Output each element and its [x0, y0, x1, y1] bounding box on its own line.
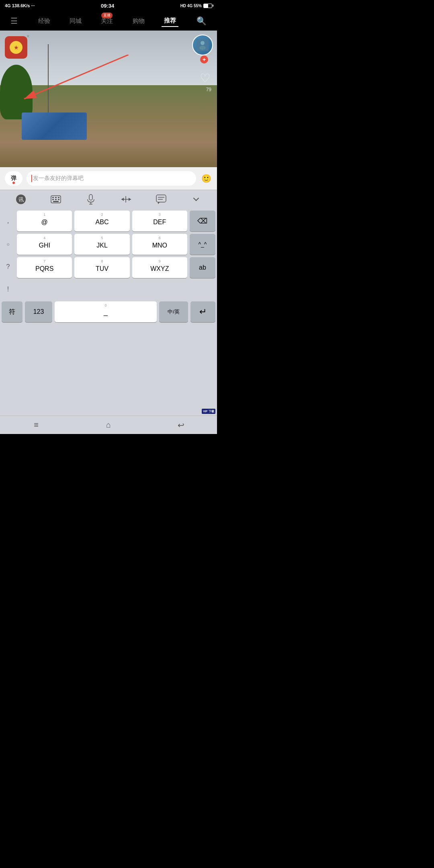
search-icon[interactable]: 🔍 [193, 13, 210, 29]
svg-rect-9 [55, 197, 57, 198]
nav-item-shop[interactable]: 购物 [130, 16, 147, 27]
video-pole [48, 44, 49, 113]
svg-rect-13 [58, 199, 59, 200]
nav-bar: ☰ 经验 同城 关注 直播 购物 推荐 🔍 [0, 11, 217, 31]
key-7-pqrs[interactable]: 7 PQRS [17, 257, 72, 278]
vip-label: VIP [203, 410, 207, 413]
battery-fill [204, 4, 208, 8]
red-envelope-inner [10, 41, 23, 54]
bottom-nav-home[interactable]: ⌂ [96, 417, 121, 433]
danmu-dot [12, 182, 15, 184]
key-6-mno[interactable]: 6 MNO [132, 234, 187, 255]
punct-col-2: ○ [2, 234, 14, 255]
status-time: 09:34 [101, 3, 114, 9]
keyboard: ， 1 @ 2 ABC 3 DEF ⌫ ○ 4 GHI 5 JKL [0, 208, 217, 416]
video-tarp [22, 113, 87, 140]
svg-point-3 [201, 41, 205, 45]
key-3-def[interactable]: 3 DEF [132, 211, 187, 231]
profile-avatar[interactable] [192, 35, 213, 55]
key-backspace[interactable]: ⌫ [190, 211, 215, 231]
status-right: HD 4G 55% [180, 4, 212, 8]
key-symbol[interactable]: 符 [2, 301, 23, 322]
bottom-nav-back[interactable]: ↩ [169, 417, 193, 433]
svg-marker-20 [129, 198, 131, 201]
key-5-jkl[interactable]: 5 JKL [74, 234, 129, 255]
svg-rect-14 [53, 201, 59, 202]
follow-plus-button[interactable]: + [200, 55, 208, 63]
key-comma[interactable]: ， [5, 211, 11, 231]
svg-rect-11 [52, 199, 54, 200]
video-sky [0, 31, 217, 92]
keyboard-toolbar: 讯 [0, 190, 217, 208]
punct-col-1: ， [2, 211, 14, 231]
key-exclaim[interactable]: ! [7, 280, 9, 299]
toolbar-cursor[interactable] [118, 192, 134, 206]
danmu-button[interactable]: 弹 [5, 171, 23, 186]
battery-icon [203, 4, 212, 8]
svg-rect-12 [55, 199, 57, 200]
svg-rect-22 [156, 195, 166, 202]
nav-item-recommend[interactable]: 推荐 [162, 15, 178, 27]
svg-point-4 [199, 46, 206, 50]
network-status: 4G 138.6K/s ··· [5, 3, 35, 8]
keyboard-row-3: ? ! 7 PQRS 8 TUV 9 WXYZ ab [0, 257, 217, 299]
svg-marker-19 [121, 198, 124, 201]
status-bar: 4G 138.6K/s ··· 09:34 HD 4G 55% [0, 0, 217, 11]
svg-rect-15 [89, 194, 92, 200]
toolbar-comment[interactable] [153, 192, 169, 206]
heart-count: 79 [206, 87, 211, 92]
heart-button[interactable]: ♡ [196, 69, 214, 87]
video-area: + ♡ 79 [0, 31, 217, 167]
toolbar-microphone[interactable] [83, 192, 99, 206]
key-4-ghi[interactable]: 4 GHI [17, 234, 72, 255]
key-123[interactable]: 123 [25, 301, 52, 322]
nav-item-local[interactable]: 同城 [67, 16, 84, 27]
red-envelope[interactable] [5, 36, 27, 59]
menu-icon[interactable]: ☰ [7, 13, 21, 29]
video-tree [0, 65, 33, 119]
bottom-nav-menu[interactable]: ≡ [24, 417, 48, 433]
signal-status: HD 4G 55% [180, 4, 202, 8]
comment-placeholder: 发一条友好的弹幕吧 [33, 175, 84, 182]
comment-area: 弹 发一条友好的弹幕吧 🙂 [0, 167, 217, 190]
red-envelope-container: ✕ [5, 36, 27, 59]
toolbar-xunfei[interactable]: 讯 [13, 192, 29, 206]
live-badge: 直播 [101, 12, 113, 18]
keyboard-row-1: ， 1 @ 2 ABC 3 DEF ⌫ [0, 208, 217, 231]
svg-text:讯: 讯 [18, 197, 23, 203]
key-question[interactable]: ? [6, 257, 10, 276]
danmu-label: 弹 [11, 175, 16, 182]
text-cursor [31, 175, 32, 182]
vip-badge[interactable]: VIP 下载 [202, 409, 215, 414]
keyboard-row-2: ○ 4 GHI 5 JKL 6 MNO ^_^ [0, 234, 217, 255]
key-ab[interactable]: ab [190, 257, 215, 278]
key-period[interactable]: ○ [6, 235, 9, 254]
key-space[interactable]: 0 _ [55, 301, 157, 322]
key-1-at[interactable]: 1 @ [17, 211, 72, 231]
key-lang[interactable]: 中/英 [159, 301, 188, 322]
key-2-abc[interactable]: 2 ABC [74, 211, 129, 231]
emoji-button[interactable]: 🙂 [200, 172, 212, 184]
video-background: + ♡ 79 [0, 31, 217, 167]
keyboard-row-bottom: 符 123 0 _ 中/英 ↵ [0, 301, 217, 322]
bottom-nav: ≡ ⌂ ↩ [0, 416, 217, 434]
comment-input[interactable]: 发一条友好的弹幕吧 [27, 171, 196, 186]
key-caps[interactable]: ^_^ [190, 234, 215, 255]
nav-item-follow[interactable]: 关注 直播 [98, 16, 115, 27]
punct-col-3: ? ! [2, 257, 14, 299]
nav-item-experience[interactable]: 经验 [36, 16, 53, 27]
key-9-wxyz[interactable]: 9 WXYZ [132, 257, 187, 278]
key-enter[interactable]: ↵ [190, 301, 215, 322]
svg-rect-10 [58, 197, 59, 198]
status-left: 4G 138.6K/s ··· [5, 3, 35, 8]
key-8-tuv[interactable]: 8 TUV [74, 257, 129, 278]
toolbar-collapse[interactable] [188, 192, 204, 206]
svg-rect-8 [52, 197, 54, 198]
close-button[interactable]: ✕ [26, 34, 30, 39]
toolbar-keyboard[interactable] [48, 192, 64, 206]
vip-download: 下载 [209, 410, 214, 413]
